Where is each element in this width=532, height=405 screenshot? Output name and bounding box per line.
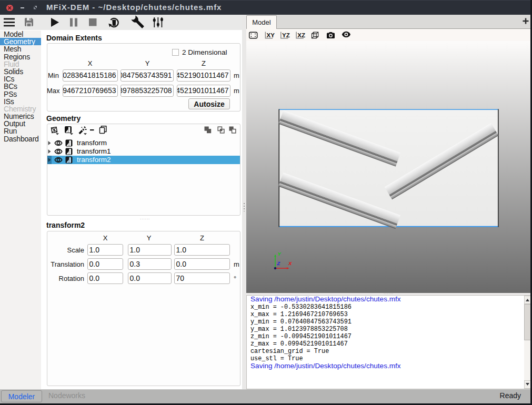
svg-text:YZ: YZ bbox=[282, 32, 290, 38]
svg-text:XY: XY bbox=[267, 32, 275, 38]
svg-text:Y: Y bbox=[278, 251, 282, 257]
svg-text:X: X bbox=[288, 260, 292, 266]
svg-text:Z: Z bbox=[277, 260, 281, 266]
svg-text:XZ: XZ bbox=[297, 32, 305, 38]
